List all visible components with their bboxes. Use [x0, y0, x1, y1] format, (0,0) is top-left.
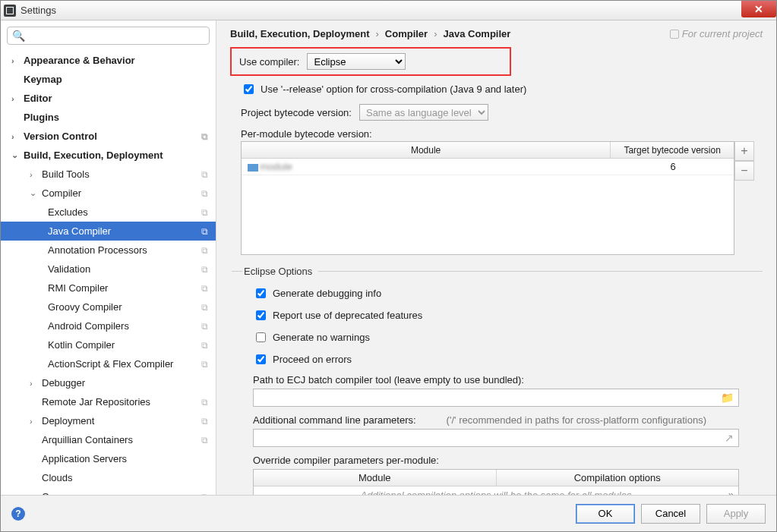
use-compiler-row: Use compiler: Eclipse: [230, 47, 511, 76]
sidebar-item-annotation-processors[interactable]: Annotation Processors⧉: [1, 241, 216, 260]
app-icon: [4, 5, 16, 17]
window-title: Settings: [21, 5, 56, 16]
additional-params-input[interactable]: ↗: [253, 429, 739, 447]
copy-icon: [670, 30, 679, 39]
module-header-target[interactable]: Target bytecode version: [611, 142, 734, 158]
settings-sidebar: 🔍 ›Appearance & BehaviorKeymap›EditorPlu…: [1, 20, 216, 495]
close-button[interactable]: ✕: [741, 1, 776, 17]
sidebar-item-deployment[interactable]: ›Deployment⧉: [1, 411, 216, 430]
chevron-icon: ›: [11, 132, 21, 141]
use-compiler-label: Use compiler:: [239, 56, 299, 68]
project-bytecode-label: Project bytecode version:: [241, 107, 352, 118]
breadcrumb: Build, Execution, Deployment › Compiler …: [230, 28, 763, 39]
chevron-icon: ›: [30, 379, 39, 388]
release-option-label: Use '--release' option for cross-compila…: [261, 83, 526, 95]
breadcrumb-2[interactable]: Compiler: [385, 28, 428, 39]
sidebar-item-rmi-compiler[interactable]: RMI Compiler⧉: [1, 279, 216, 297]
search-input[interactable]: [28, 30, 204, 42]
sidebar-item-validation[interactable]: Validation⧉: [1, 260, 216, 279]
sidebar-item-compiler[interactable]: ⌄Compiler⧉: [1, 184, 216, 203]
module-header-module[interactable]: Module: [242, 142, 611, 158]
proceed-errors-checkbox[interactable]: [256, 354, 266, 364]
settings-tree[interactable]: ›Appearance & BehaviorKeymap›EditorPlugi…: [1, 51, 216, 495]
breadcrumb-sep-icon: ›: [434, 28, 437, 39]
sidebar-item-plugins[interactable]: Plugins: [1, 108, 216, 127]
copy-icon: ⧉: [201, 416, 208, 427]
sidebar-item-kotlin-compiler[interactable]: Kotlin Compiler⧉: [1, 335, 216, 354]
more-icon[interactable]: »: [728, 489, 734, 495]
copy-icon: ⧉: [201, 359, 208, 370]
target-bytecode-cell[interactable]: 6: [612, 159, 734, 175]
help-button[interactable]: ?: [11, 507, 25, 521]
expand-icon[interactable]: ↗: [725, 432, 734, 444]
search-icon: 🔍: [12, 30, 25, 42]
chevron-icon: ›: [30, 170, 39, 179]
copy-icon: ⧉: [201, 188, 208, 199]
copy-icon: ⧉: [201, 321, 208, 332]
sidebar-item-appearance-behavior[interactable]: ›Appearance & Behavior: [1, 51, 216, 70]
remove-module-button[interactable]: −: [734, 161, 754, 181]
breadcrumb-1[interactable]: Build, Execution, Deployment: [230, 28, 369, 39]
sidebar-item-debugger[interactable]: ›Debugger: [1, 373, 216, 392]
copy-icon: ⧉: [201, 264, 208, 275]
use-compiler-select[interactable]: Eclipse: [307, 53, 406, 70]
sidebar-item-version-control[interactable]: ›Version Control⧉: [1, 127, 216, 146]
override-table[interactable]: Module Compilation options Additional co…: [253, 469, 739, 495]
settings-main: Build, Execution, Deployment › Compiler …: [216, 20, 776, 495]
dialog-footer: ? OK Cancel Apply: [1, 495, 776, 531]
gen-debug-checkbox[interactable]: [256, 288, 266, 298]
copy-icon: ⧉: [201, 245, 208, 256]
eclipse-options-legend: Eclipse Options: [242, 266, 318, 277]
copy-icon: ⧉: [201, 492, 208, 496]
per-module-table[interactable]: Module Target bytecode version module 6: [241, 141, 734, 255]
sidebar-item-keymap[interactable]: Keymap: [1, 70, 216, 89]
sidebar-item-build-tools[interactable]: ›Build Tools⧉: [1, 165, 216, 184]
current-project-hint: For current project: [670, 28, 763, 39]
module-icon: [248, 164, 258, 172]
sidebar-item-arquillian-containers[interactable]: Arquillian Containers⧉: [1, 430, 216, 449]
release-option-row[interactable]: Use '--release' option for cross-compila…: [241, 82, 763, 96]
cancel-button[interactable]: Cancel: [641, 504, 700, 524]
override-header-module[interactable]: Module: [254, 470, 497, 486]
ecj-path-input[interactable]: 📁: [253, 389, 739, 407]
sidebar-item-remote-jar-repositories[interactable]: Remote Jar Repositories⧉: [1, 392, 216, 411]
chevron-icon: ›: [11, 56, 21, 65]
sidebar-item-actionscript-flex-compiler[interactable]: ActionScript & Flex Compiler⧉: [1, 354, 216, 373]
copy-icon: ⧉: [201, 283, 208, 294]
sidebar-item-groovy-compiler[interactable]: Groovy Compiler⧉: [1, 297, 216, 316]
chevron-icon: ›: [11, 94, 21, 103]
search-bar[interactable]: 🔍: [7, 27, 210, 45]
folder-icon[interactable]: 📁: [721, 392, 734, 404]
additional-params-hint: ('/' recommended in paths for cross-plat…: [447, 414, 706, 426]
title-bar: Settings ✕: [1, 1, 776, 20]
copy-icon: ⧉: [201, 169, 208, 180]
chevron-icon: ⌄: [30, 188, 39, 198]
apply-button[interactable]: Apply: [706, 504, 766, 524]
no-warnings-checkbox[interactable]: [256, 332, 266, 342]
sidebar-item-build-execution-deployment[interactable]: ⌄Build, Execution, Deployment: [1, 146, 216, 165]
sidebar-item-coverage[interactable]: Coverage⧉: [1, 487, 216, 495]
sidebar-item-application-servers[interactable]: Application Servers: [1, 449, 216, 468]
add-module-button[interactable]: +: [734, 141, 754, 161]
copy-icon: ⧉: [201, 397, 208, 408]
chevron-icon: ›: [30, 417, 39, 426]
project-bytecode-select[interactable]: Same as language level: [359, 104, 488, 121]
override-label: Override compiler parameters per-module:: [253, 455, 763, 466]
table-row[interactable]: module 6: [242, 159, 734, 175]
copy-icon: ⧉: [201, 207, 208, 218]
chevron-icon: ⌄: [11, 150, 21, 160]
ok-button[interactable]: OK: [576, 504, 635, 524]
sidebar-item-editor[interactable]: ›Editor: [1, 89, 216, 108]
override-header-options[interactable]: Compilation options: [497, 470, 739, 486]
report-deprecated-checkbox[interactable]: [256, 310, 266, 320]
release-option-checkbox[interactable]: [244, 84, 254, 94]
sidebar-item-clouds[interactable]: Clouds: [1, 468, 216, 487]
copy-icon: ⧉: [201, 131, 208, 142]
sidebar-item-java-compiler[interactable]: Java Compiler⧉: [1, 222, 216, 241]
sidebar-item-android-compilers[interactable]: Android Compilers⧉: [1, 316, 216, 335]
copy-icon: ⧉: [201, 340, 208, 351]
copy-icon: ⧉: [201, 435, 208, 445]
sidebar-item-excludes[interactable]: Excludes⧉: [1, 203, 216, 222]
copy-icon: ⧉: [201, 226, 208, 237]
breadcrumb-3: Java Compiler: [444, 28, 511, 39]
